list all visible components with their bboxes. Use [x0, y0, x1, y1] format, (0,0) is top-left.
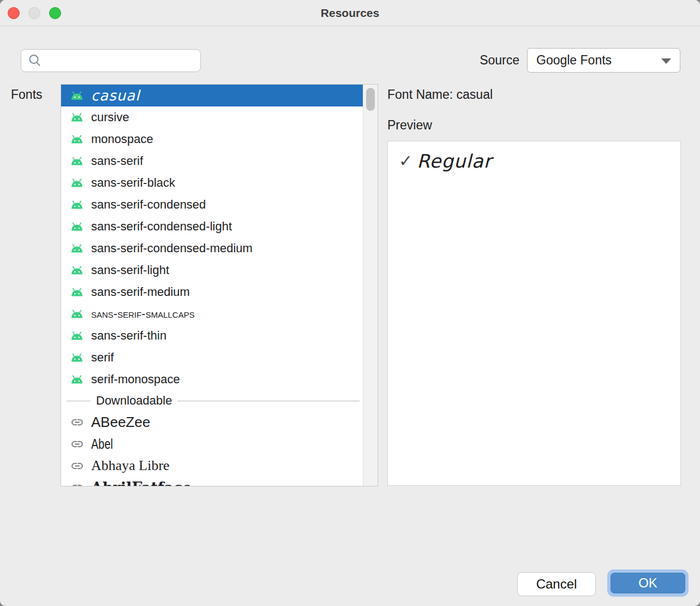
preview-variant-name: Regular: [417, 150, 492, 172]
font-list-item[interactable]: AbrilFatface: [61, 477, 363, 486]
font-list: casualcursivemonospacesans-serifsans-ser…: [61, 84, 378, 486]
check-icon: ✓: [399, 153, 412, 169]
font-list-item[interactable]: casual: [61, 85, 363, 106]
font-list-item-label: Abel: [91, 436, 113, 452]
scrollbar-track[interactable]: [363, 85, 378, 486]
font-list-item[interactable]: sans-serif-black: [61, 172, 363, 194]
android-icon: [70, 133, 84, 146]
font-list-item-label: sans-serif-black: [91, 176, 175, 190]
android-icon: [70, 351, 84, 364]
android-icon: [70, 176, 84, 189]
android-icon: [70, 220, 84, 233]
font-name-text: Font Name: casual: [387, 87, 493, 102]
font-name-label: Font Name:: [387, 87, 453, 102]
android-icon: [70, 307, 84, 320]
ok-button-focus-ring: OK: [607, 569, 689, 597]
fonts-label: Fonts: [11, 87, 43, 102]
font-list-content: casualcursivemonospacesans-serifsans-ser…: [61, 85, 363, 486]
font-list-item[interactable]: serif-monospace: [61, 369, 363, 390]
font-list-item[interactable]: ABeeZee: [61, 411, 363, 433]
font-list-item-label: sans-serif-condensed: [91, 198, 206, 212]
window-title: Resources: [0, 0, 700, 26]
font-list-item-label: Abhaya Libre: [91, 458, 170, 474]
preview-label: Preview: [387, 118, 432, 133]
font-list-item-label: sans-serif-medium: [91, 285, 190, 299]
font-list-item-label: monospace: [91, 132, 153, 146]
font-list-item-label: ABeeZee: [91, 414, 150, 431]
android-icon: [70, 329, 84, 342]
font-list-item[interactable]: serif: [61, 347, 363, 369]
android-icon: [70, 111, 84, 124]
android-icon: [70, 155, 84, 168]
font-list-item[interactable]: sans-serif-condensed: [61, 194, 363, 216]
link-icon: [70, 459, 84, 472]
font-list-item[interactable]: Abhaya Libre: [61, 455, 363, 477]
chevron-down-icon: [661, 58, 671, 64]
font-list-item-label: sans-serif-smallcaps: [91, 307, 195, 321]
source-dropdown[interactable]: Google Fonts: [527, 48, 680, 73]
ok-button[interactable]: OK: [611, 573, 685, 593]
preview-variant-row: ✓ Regular: [388, 141, 680, 172]
font-list-item[interactable]: sans-serif-medium: [61, 281, 363, 303]
font-list-item[interactable]: sans-serif-condensed-medium: [61, 237, 363, 259]
font-list-item-label: serif: [91, 350, 114, 365]
android-icon: [70, 264, 84, 277]
font-list-item[interactable]: Abel: [61, 433, 363, 455]
font-list-item[interactable]: sans-serif-thin: [61, 325, 363, 347]
source-label: Source: [480, 53, 519, 68]
android-icon: [70, 198, 84, 211]
cancel-button[interactable]: Cancel: [517, 572, 596, 596]
resources-dialog: Resources Source Google Fonts Fonts casu…: [0, 0, 700, 606]
android-icon: [70, 89, 84, 102]
font-list-item[interactable]: sans-serif-smallcaps: [61, 303, 363, 325]
font-list-item[interactable]: sans-serif-light: [61, 259, 363, 281]
android-icon: [70, 242, 84, 255]
link-icon: [70, 481, 84, 486]
scrollbar-thumb[interactable]: [366, 88, 375, 111]
font-list-item-label: sans-serif: [91, 154, 143, 168]
preview-box: ✓ Regular: [387, 141, 681, 486]
font-list-item-label: casual: [91, 87, 140, 104]
font-list-item-label: serif-monospace: [91, 372, 180, 387]
font-list-item-label: sans-serif-condensed-medium: [91, 241, 253, 256]
separator-line: [67, 401, 91, 401]
link-icon: [70, 437, 84, 450]
font-list-item[interactable]: monospace: [61, 128, 363, 150]
font-list-item[interactable]: cursive: [61, 106, 363, 128]
font-list-item-label: sans-serif-condensed-light: [91, 219, 232, 234]
search-icon: [28, 54, 42, 68]
font-list-item-label: AbrilFatface: [91, 479, 192, 486]
font-list-item[interactable]: sans-serif: [61, 150, 363, 172]
font-list-item[interactable]: sans-serif-condensed-light: [61, 216, 363, 237]
search-box[interactable]: [21, 49, 201, 72]
source-section: Source Google Fonts: [480, 48, 680, 73]
separator-label: Downloadable: [96, 394, 172, 408]
source-dropdown-value: Google Fonts: [536, 53, 612, 68]
title-bar: Resources: [0, 0, 700, 26]
font-list-item-label: sans-serif-light: [91, 263, 169, 277]
separator-line: [177, 401, 360, 401]
font-name-value: casual: [457, 87, 493, 102]
android-icon: [70, 286, 84, 299]
android-icon: [70, 373, 84, 386]
font-list-item-label: cursive: [91, 110, 129, 124]
search-input[interactable]: [46, 50, 204, 72]
link-icon: [70, 415, 84, 429]
font-list-separator: Downloadable: [61, 390, 363, 411]
font-list-item-label: sans-serif-thin: [91, 329, 166, 343]
